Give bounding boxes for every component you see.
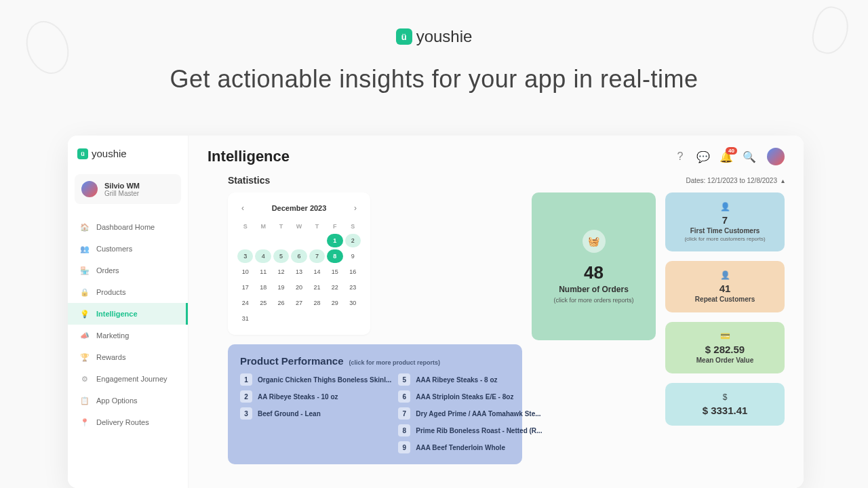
product-rank-item[interactable]: 5AAA Ribeye Steaks - 8 oz bbox=[398, 373, 542, 386]
calendar-day[interactable]: 27 bbox=[291, 296, 307, 310]
product-rank-item[interactable]: 9AAA Beef Tenderloin Whole bbox=[398, 441, 542, 453]
calendar-day[interactable]: 18 bbox=[255, 281, 271, 294]
repeat-customers-card[interactable]: 👤 41 Repeat Customers bbox=[665, 261, 785, 312]
calendar-day[interactable]: 24 bbox=[237, 296, 253, 310]
product-rank-item[interactable]: 8Prime Rib Boneless Roast - Netted (R... bbox=[398, 424, 542, 436]
stat-label: Repeat Customers bbox=[675, 296, 775, 303]
dollar-icon: $ bbox=[675, 392, 775, 402]
calendar-day[interactable]: 5 bbox=[273, 249, 289, 263]
calendar-day[interactable]: 21 bbox=[309, 281, 325, 294]
product-name: AAA Ribeye Steaks - 8 oz bbox=[416, 376, 497, 384]
search-icon[interactable]: 🔍 bbox=[744, 151, 755, 162]
product-rank-item[interactable]: 6AAA Striploin Steaks E/E - 8oz bbox=[398, 390, 542, 403]
calendar-dow: M bbox=[255, 221, 271, 232]
chat-icon[interactable]: 💬 bbox=[698, 151, 709, 162]
calendar-day[interactable]: 2 bbox=[345, 234, 361, 247]
sidebar-item-marketing[interactable]: 📣Marketing bbox=[68, 325, 188, 346]
calendar-day[interactable]: 20 bbox=[291, 281, 307, 294]
avatar[interactable] bbox=[767, 148, 785, 165]
product-name: Beef Ground - Lean bbox=[258, 410, 321, 418]
first-time-customers-card[interactable]: 👤 7 First Time Customers (click for more… bbox=[665, 192, 785, 251]
product-rank-item[interactable]: 7Dry Aged Prime / AAA Tomahawk Ste... bbox=[398, 407, 542, 420]
calendar-day[interactable]: 31 bbox=[237, 312, 253, 325]
sidebar-item-customers[interactable]: 👥Customers bbox=[68, 238, 188, 260]
calendar-day[interactable]: 30 bbox=[345, 296, 361, 310]
card-label: Number of Orders bbox=[559, 285, 629, 294]
sidebar-item-products[interactable]: 🔒Products bbox=[68, 281, 188, 303]
product-rank-item[interactable]: 1Organic Chicken Thighs Boneless Skinl..… bbox=[240, 373, 391, 386]
calendar-day[interactable]: 9 bbox=[345, 249, 361, 263]
hero-logo: ü youshie bbox=[0, 27, 868, 46]
home-icon: 🏠 bbox=[80, 222, 90, 232]
calendar-day[interactable]: 23 bbox=[345, 281, 361, 294]
calendar-day[interactable]: 4 bbox=[255, 249, 271, 263]
calendar-day[interactable]: 10 bbox=[237, 265, 253, 279]
stat-value: 7 bbox=[675, 214, 775, 226]
user-plus-icon: 👤 bbox=[675, 202, 775, 211]
card-hint: (click for more orders reports) bbox=[554, 297, 634, 304]
sidebar-logo[interactable]: ü youshie bbox=[68, 148, 188, 169]
logo-badge-icon: ü bbox=[77, 148, 88, 159]
notification-badge: 40 bbox=[726, 147, 737, 155]
calendar-day[interactable]: 29 bbox=[327, 296, 342, 310]
rank-badge: 7 bbox=[398, 407, 410, 420]
calendar-day[interactable]: 11 bbox=[255, 265, 271, 279]
sidebar-item-label: Dashboard Home bbox=[96, 223, 155, 231]
sidebar-item-label: Delivery Routes bbox=[96, 418, 149, 426]
store-icon: 🏪 bbox=[80, 266, 90, 275]
calendar-day[interactable]: 15 bbox=[327, 265, 342, 279]
calendar-next-button[interactable]: › bbox=[350, 202, 361, 214]
basket-icon: 🧺 bbox=[583, 230, 606, 253]
calendar-day[interactable]: 6 bbox=[291, 249, 307, 263]
megaphone-icon: 📣 bbox=[80, 331, 90, 340]
sidebar-item-intelligence[interactable]: 💡Intelligence bbox=[68, 303, 188, 325]
bell-icon[interactable]: 🔔40 bbox=[721, 151, 732, 162]
user-icon: 👤 bbox=[675, 270, 775, 280]
product-rank-item[interactable]: 2AA Ribeye Steaks - 10 oz bbox=[240, 390, 391, 403]
product-performance-card[interactable]: Product Performance (click for more prod… bbox=[228, 344, 522, 464]
sidebar-item-app-options[interactable]: 📋App Options bbox=[68, 390, 188, 411]
calendar-day[interactable]: 16 bbox=[345, 265, 361, 279]
calendar-day[interactable]: 26 bbox=[273, 296, 289, 310]
sidebar-item-delivery[interactable]: 📍Delivery Routes bbox=[68, 411, 188, 433]
product-name: Prime Rib Boneless Roast - Netted (R... bbox=[416, 427, 542, 434]
orders-card[interactable]: 🧺 48 Number of Orders (click for more or… bbox=[532, 192, 656, 340]
calendar-day[interactable]: 13 bbox=[291, 265, 307, 279]
calendar-day[interactable]: 22 bbox=[327, 281, 342, 294]
sidebar-item-engagement[interactable]: ⚙Engagement Journey bbox=[68, 368, 188, 390]
calendar-day[interactable]: 19 bbox=[273, 281, 289, 294]
calendar-day[interactable]: 8 bbox=[327, 249, 342, 263]
nav: 🏠Dashboard Home 👥Customers 🏪Orders 🔒Prod… bbox=[68, 216, 188, 433]
help-icon[interactable]: ? bbox=[675, 151, 686, 162]
sidebar-item-label: Engagement Journey bbox=[96, 375, 167, 383]
calendar-day[interactable]: 7 bbox=[309, 249, 325, 263]
total-card[interactable]: $ $ 3331.41 bbox=[665, 383, 785, 426]
calendar-day[interactable]: 17 bbox=[237, 281, 253, 294]
calendar-day[interactable]: 12 bbox=[273, 265, 289, 279]
calendar-month: December 2023 bbox=[272, 204, 327, 212]
calendar-dow: W bbox=[291, 221, 307, 232]
calendar-grid: SMTWTFS123456789101112131415161718192021… bbox=[237, 221, 361, 325]
user-card[interactable]: Silvio WM Grill Master bbox=[75, 174, 181, 204]
users-icon: 👥 bbox=[80, 244, 90, 253]
sidebar-item-orders[interactable]: 🏪Orders bbox=[68, 260, 188, 281]
calendar-day[interactable]: 1 bbox=[327, 234, 342, 247]
sidebar-item-rewards[interactable]: 🏆Rewards bbox=[68, 346, 188, 368]
calendar-prev-button[interactable]: ‹ bbox=[237, 202, 248, 214]
sidebar-item-label: Customers bbox=[96, 245, 132, 253]
sidebar-item-label: Marketing bbox=[96, 331, 129, 340]
rank-badge: 1 bbox=[240, 373, 252, 386]
chevron-up-icon: ▴ bbox=[781, 177, 785, 184]
sidebar-item-dashboard[interactable]: 🏠Dashboard Home bbox=[68, 216, 188, 238]
sidebar-item-label: Products bbox=[96, 288, 125, 296]
product-rank-item[interactable]: 3Beef Ground - Lean bbox=[240, 407, 391, 420]
calendar-day[interactable]: 25 bbox=[255, 296, 271, 310]
calendar-day[interactable]: 3 bbox=[237, 249, 253, 263]
bulb-icon: 💡 bbox=[80, 309, 90, 319]
calendar-day[interactable]: 28 bbox=[309, 296, 325, 310]
calendar-day[interactable]: 14 bbox=[309, 265, 325, 279]
rank-badge: 8 bbox=[398, 424, 410, 436]
hero-tagline: Get actionable insights for your app in … bbox=[0, 65, 868, 94]
mean-order-card[interactable]: 💳 $ 282.59 Mean Order Value bbox=[665, 322, 785, 373]
date-range-picker[interactable]: Dates: 12/1/2023 to 12/8/2023 ▴ bbox=[686, 177, 785, 184]
